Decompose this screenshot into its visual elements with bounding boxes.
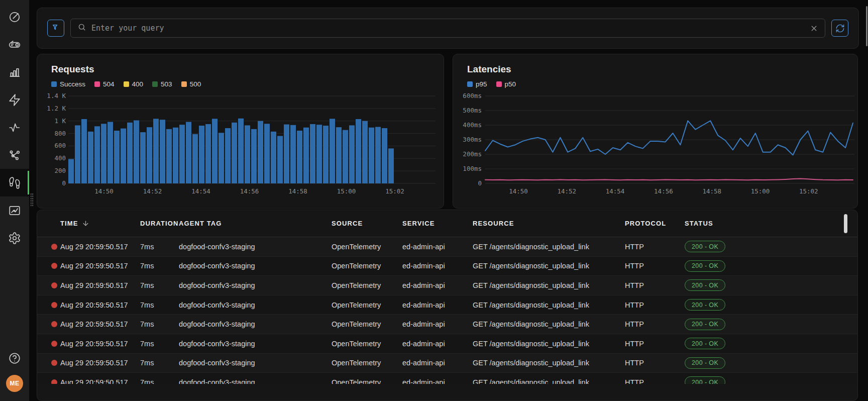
- latencies-line-chart[interactable]: 0100ms200ms300ms400ms500ms600ms14:5014:5…: [453, 92, 857, 199]
- cell-duration: 7ms: [140, 359, 179, 367]
- line-p95: [485, 121, 853, 155]
- table-row[interactable]: Aug 29 20:59:50.5177msdogfood-confv3-sta…: [37, 315, 857, 334]
- bar-success: [238, 119, 244, 183]
- search-icon: [77, 23, 86, 32]
- bar-success: [186, 122, 191, 183]
- sidebar-item-logs[interactable]: [0, 31, 29, 58]
- svg-text:14:50: 14:50: [509, 187, 528, 195]
- column-header-agent-tag[interactable]: AGENT TAG: [179, 220, 332, 227]
- bar-success: [88, 132, 93, 183]
- line-p50: [485, 178, 853, 180]
- bar-success: [356, 119, 361, 183]
- svg-text:200ms: 200ms: [463, 150, 482, 158]
- sidebar-item-gear[interactable]: [0, 224, 29, 252]
- bar-success: [212, 119, 218, 183]
- cell-protocol: HTTP: [625, 320, 685, 328]
- bar-success: [271, 132, 276, 183]
- svg-text:800: 800: [54, 130, 66, 137]
- column-header-service[interactable]: SERVICE: [402, 220, 473, 227]
- cell-agent-tag: dogfood-confv3-staging: [179, 262, 332, 270]
- legend-label: p95: [476, 80, 487, 88]
- column-header-resource[interactable]: RESOURCE: [473, 220, 625, 227]
- sidebar-item-bar-chart[interactable]: [0, 58, 29, 86]
- requests-bar-chart[interactable]: 02004006008001 K1.2 K1.4 K14:5014:5214:5…: [37, 92, 444, 199]
- sidebar-footer: ME: [0, 352, 29, 392]
- sidebar-item-image-chart[interactable]: [0, 196, 29, 224]
- cell-service: ed-admin-api: [402, 320, 473, 328]
- bar-success: [297, 131, 302, 183]
- bar-success: [205, 124, 211, 183]
- svg-text:14:52: 14:52: [143, 187, 162, 195]
- footprints-icon: [8, 176, 21, 189]
- column-label: TIME: [60, 220, 78, 227]
- page-scrollbar-thumb[interactable]: [866, 6, 867, 46]
- column-header-source[interactable]: SOURCE: [332, 220, 402, 227]
- legend-item-400[interactable]: 400: [124, 80, 144, 88]
- clear-icon[interactable]: [810, 24, 818, 33]
- table-row[interactable]: Aug 29 20:59:50.5177msdogfood-confv3-sta…: [37, 373, 857, 384]
- table-row[interactable]: Aug 29 20:59:50.5177msdogfood-confv3-sta…: [37, 354, 857, 373]
- cell-agent-tag: dogfood-confv3-staging: [179, 359, 332, 367]
- bar-success: [153, 119, 159, 183]
- latencies-legend: p95p50: [467, 80, 516, 88]
- svg-text:200: 200: [54, 167, 66, 174]
- cell-duration: 7ms: [140, 320, 179, 328]
- refresh-button[interactable]: [831, 20, 848, 37]
- cell-service: ed-admin-api: [402, 262, 473, 270]
- cell-duration: 7ms: [140, 262, 179, 270]
- bar-success: [127, 123, 133, 183]
- sidebar-item-service-map[interactable]: [0, 141, 29, 169]
- table-body: Aug 29 20:59:50.5177msdogfood-confv3-sta…: [37, 237, 857, 384]
- status-badge: 200 - OK: [685, 357, 725, 369]
- query-input[interactable]: [91, 24, 805, 33]
- column-header-protocol[interactable]: PROTOCOL: [625, 220, 685, 227]
- cell-protocol: HTTP: [625, 243, 685, 251]
- sidebar-item-gauge[interactable]: [0, 3, 29, 31]
- status-badge: 200 - OK: [685, 241, 725, 252]
- cell-resource: GET /agents/diagnostic_upload_link: [473, 340, 625, 348]
- cell-resource: GET /agents/diagnostic_upload_link: [473, 378, 625, 384]
- legend-item-503[interactable]: 503: [152, 80, 172, 88]
- bar-success: [343, 130, 348, 183]
- cell-time: Aug 29 20:59:50.517: [60, 340, 140, 348]
- legend-item-Success[interactable]: Success: [51, 80, 85, 88]
- column-header-status[interactable]: STATUS: [685, 220, 845, 227]
- sort-down-icon: [82, 220, 89, 227]
- column-header-time[interactable]: TIME: [60, 220, 140, 227]
- query-bar: [37, 8, 859, 49]
- filter-button[interactable]: [47, 20, 64, 37]
- legend-item-p50[interactable]: p50: [496, 80, 516, 88]
- cell-agent-tag: dogfood-confv3-staging: [179, 243, 332, 251]
- table-scrollbar-thumb[interactable]: [844, 214, 847, 233]
- status-dot: [51, 282, 57, 288]
- table-row[interactable]: Aug 29 20:59:50.5177msdogfood-confv3-sta…: [37, 237, 857, 257]
- legend-swatch: [94, 81, 100, 87]
- legend-swatch: [496, 81, 502, 87]
- table-row[interactable]: Aug 29 20:59:50.5177msdogfood-confv3-sta…: [37, 334, 857, 354]
- sidebar-item-activity[interactable]: [0, 114, 29, 141]
- help-button[interactable]: [8, 352, 21, 365]
- bar-success: [199, 126, 204, 183]
- cell-service: ed-admin-api: [402, 359, 473, 367]
- sidebar-resize-handle[interactable]: [30, 193, 34, 207]
- legend-swatch: [181, 81, 187, 87]
- sidebar-nav: [0, 3, 29, 252]
- sidebar-item-lightning[interactable]: [0, 86, 29, 114]
- sort-down-icon[interactable]: [82, 220, 89, 227]
- column-header-duration[interactable]: DURATION: [140, 220, 179, 227]
- legend-item-504[interactable]: 504: [94, 80, 115, 88]
- legend-swatch: [51, 81, 57, 87]
- cell-time: Aug 29 20:59:50.517: [60, 320, 140, 328]
- cell-source: OpenTelemetry: [332, 359, 402, 367]
- legend-item-p95[interactable]: p95: [467, 80, 487, 88]
- bar-success: [251, 129, 257, 183]
- table-row[interactable]: Aug 29 20:59:50.5177msdogfood-confv3-sta…: [37, 257, 857, 276]
- table-row[interactable]: Aug 29 20:59:50.5177msdogfood-confv3-sta…: [37, 295, 857, 315]
- avatar[interactable]: ME: [6, 375, 23, 392]
- table-row[interactable]: Aug 29 20:59:50.5177msdogfood-confv3-sta…: [37, 276, 857, 295]
- bar-success: [134, 120, 139, 183]
- sidebar-item-footprints[interactable]: [0, 169, 29, 196]
- svg-text:0: 0: [62, 179, 66, 187]
- legend-item-500[interactable]: 500: [181, 80, 201, 88]
- gauge-icon: [8, 11, 21, 24]
